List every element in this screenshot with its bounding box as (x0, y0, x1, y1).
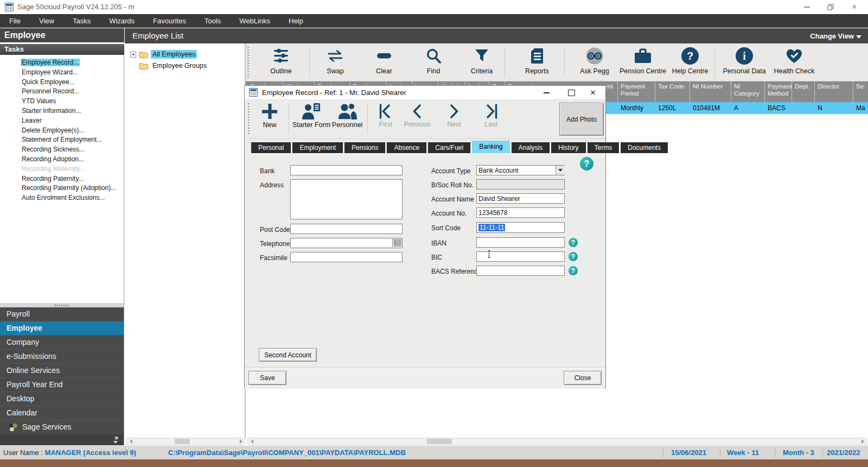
add-photo-button[interactable]: Add Photo (559, 103, 604, 136)
menu-help[interactable]: Help (279, 15, 312, 28)
task-auto-enrolment-exclusions[interactable]: Auto Enrolment Exclusions... (21, 193, 124, 203)
bacs-help-icon[interactable]: ? (569, 266, 578, 275)
dialog-maximize-icon[interactable] (563, 88, 579, 98)
tab-cars-fuel[interactable]: Cars/Fuel (428, 142, 470, 153)
personal-data-button[interactable]: i Personal Data (720, 47, 768, 79)
window-restore-icon[interactable] (821, 2, 840, 12)
second-account-button[interactable]: Second Account (259, 348, 317, 362)
cell-payment-period[interactable]: Monthly (617, 102, 643, 114)
nav-sage-services[interactable]: Sage Services (0, 420, 124, 434)
tab-absence[interactable]: Absence (387, 142, 426, 153)
help-centre-button[interactable]: ? Help Centre (666, 47, 714, 79)
save-button[interactable]: Save (248, 371, 286, 385)
scroll-right-icon[interactable] (237, 438, 245, 445)
bacs-reference-field[interactable] (476, 266, 565, 276)
page-help-icon[interactable]: ? (580, 157, 593, 171)
cell-ni-category[interactable]: A (731, 102, 738, 114)
menu-wizards[interactable]: Wizards (100, 15, 144, 28)
tab-banking[interactable]: Banking (472, 141, 509, 153)
criteria-button[interactable]: Criteria (458, 47, 506, 79)
column-header-payment-method[interactable]: Payment Method (764, 81, 792, 102)
task-recording-paternity[interactable]: Recording Paternity... (21, 174, 124, 184)
swap-button[interactable]: Swap (311, 47, 359, 79)
clear-button[interactable]: Clear (360, 47, 408, 79)
iban-help-icon[interactable]: ? (569, 238, 578, 247)
toolbar-grip[interactable] (247, 47, 249, 78)
account-no-field[interactable]: 12345678 (476, 207, 565, 218)
tab-pensions[interactable]: Pensions (344, 142, 385, 153)
find-button[interactable]: Find (410, 47, 457, 79)
task-ytd-values[interactable]: YTD Values (21, 97, 124, 106)
account-type-select[interactable]: Bank Account (476, 165, 565, 175)
scroll-thumb[interactable] (427, 439, 452, 444)
cell-payment-method[interactable]: BACS (764, 102, 786, 114)
cell-ni-number[interactable]: 010481M (690, 102, 720, 114)
menu-favourites[interactable]: Favourites (144, 15, 195, 28)
tree-item-all-employees[interactable]: + All Employees (130, 50, 197, 59)
menu-file[interactable]: File (0, 15, 30, 28)
chevron-down-icon[interactable] (113, 441, 118, 444)
chevron-down-icon[interactable] (856, 35, 861, 39)
sidebar-splitter[interactable] (0, 303, 124, 307)
bic-help-icon[interactable]: ? (569, 252, 578, 261)
postcode-field[interactable] (290, 224, 403, 234)
tab-documents[interactable]: Documents (621, 142, 668, 153)
tree-item-label[interactable]: All Employees (151, 50, 197, 59)
dialog-close-icon[interactable]: × (585, 88, 601, 98)
scroll-left-icon[interactable] (248, 438, 256, 445)
bank-field[interactable] (290, 165, 403, 175)
next-record-button[interactable]: Next (440, 104, 468, 128)
nav-company[interactable]: Company (0, 336, 124, 350)
address-field[interactable] (290, 179, 403, 219)
sort-code-field[interactable]: 11-11-11 (476, 222, 565, 233)
task-statement-of-employment[interactable]: Statement of Employment... (21, 135, 124, 145)
tab-history[interactable]: History (551, 142, 585, 153)
task-leaver[interactable]: Leaver (21, 116, 124, 126)
column-header-ni-category[interactable]: NI Category (731, 81, 764, 102)
task-recording-sickness[interactable]: Recording Sickness... (21, 145, 124, 155)
tree-item-label[interactable]: Employee Groups (151, 61, 208, 70)
tab-terms[interactable]: Terms (588, 142, 620, 153)
cell-se[interactable]: Ma (853, 102, 865, 114)
account-name-field[interactable]: David Shearer (476, 193, 565, 204)
previous-record-button[interactable]: Previous (401, 104, 433, 128)
phone-dial-icon[interactable] (392, 239, 401, 247)
close-button[interactable]: Close (564, 371, 602, 385)
nav-payroll[interactable]: Payroll (0, 307, 124, 321)
task-quick-employee[interactable]: Quick Employee... (21, 78, 124, 87)
change-view-button[interactable]: Change View (810, 32, 854, 40)
list-hscrollbar[interactable] (247, 438, 867, 445)
ask-pegg-button[interactable]: Ask Pegg (571, 47, 618, 79)
new-button[interactable]: New (256, 103, 284, 129)
tree-item-employee-groups[interactable]: Employee Groups (139, 61, 208, 70)
facsimile-field[interactable] (290, 252, 403, 262)
tree-hscrollbar[interactable] (126, 438, 245, 445)
chevron-double-right-icon[interactable]: » (114, 434, 118, 441)
tab-personal[interactable]: Personal (251, 142, 291, 153)
outline-button[interactable]: Outline (257, 47, 305, 79)
reports-button[interactable]: Reports (513, 47, 561, 79)
toolbar-grip[interactable] (248, 103, 250, 135)
telephone-field[interactable] (290, 238, 403, 248)
last-record-button[interactable]: Last (477, 104, 505, 128)
cell-tax-code[interactable]: 1250L (655, 102, 676, 114)
health-check-button[interactable]: Health Check (770, 47, 818, 79)
nav-calendar[interactable]: Calendar (0, 406, 124, 420)
window-close-icon[interactable]: × (845, 2, 864, 12)
scroll-left-icon[interactable] (127, 438, 135, 445)
cell-dept[interactable] (792, 102, 795, 114)
personnel-button[interactable]: Personnel (330, 103, 364, 129)
task-employee-wizard[interactable]: Employee Wizard... (21, 68, 124, 78)
expand-icon[interactable]: + (130, 52, 136, 58)
dialog-minimize-icon[interactable] (538, 88, 554, 98)
cell-director[interactable]: N (814, 102, 822, 114)
scroll-right-icon[interactable] (859, 438, 866, 445)
menu-tasks[interactable]: Tasks (63, 15, 100, 28)
task-recording-adoption[interactable]: Recording Adoption... (21, 155, 124, 165)
column-header-dept[interactable]: Dept. (792, 81, 814, 102)
nav-desktop[interactable]: Desktop (0, 392, 124, 406)
nav-overflow-strip[interactable]: » (0, 434, 124, 445)
task-recording-paternity-adoption[interactable]: Recording Paternity (Adoption)... (21, 184, 124, 193)
starter-form-button[interactable]: Starter Form (292, 103, 330, 129)
pension-centre-button[interactable]: Pension Centre (618, 47, 668, 79)
